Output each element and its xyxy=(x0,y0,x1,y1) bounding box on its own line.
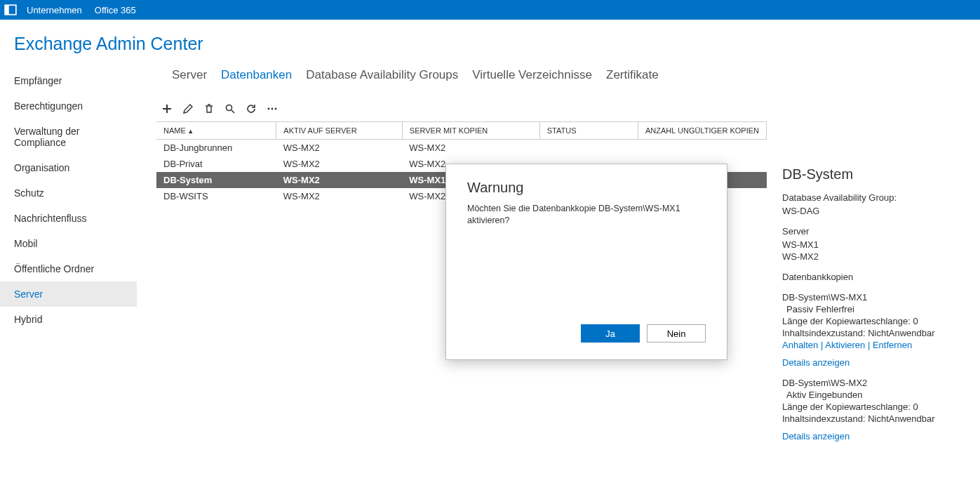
sidebar-item-hybrid[interactable]: Hybrid xyxy=(0,307,137,332)
tab-databases[interactable]: Datenbanken xyxy=(221,68,292,82)
svg-point-4 xyxy=(271,108,274,110)
page-title: Exchange Admin Center xyxy=(0,20,980,61)
topbar-company[interactable]: Unternehmen xyxy=(27,5,82,15)
more-icon[interactable] xyxy=(267,103,278,114)
details-server-1: WS-MX1 xyxy=(782,239,972,250)
details-title: DB-System xyxy=(782,166,972,182)
sidebar-item-publicfolders[interactable]: Öffentliche Ordner xyxy=(0,256,137,281)
sidebar-item-server[interactable]: Server xyxy=(0,281,137,307)
add-icon[interactable] xyxy=(161,103,173,114)
copy-remove-link[interactable]: Entfernen xyxy=(873,340,912,350)
tab-dag[interactable]: Database Availability Groups xyxy=(306,68,458,82)
copy-block-1: DB-System\WS-MX1 Passiv Fehlerfrei Länge… xyxy=(782,292,972,368)
cell-active-on: WS-MX2 xyxy=(276,188,403,204)
details-server-label: Server xyxy=(782,226,972,237)
copy-details-link[interactable]: Details anzeigen xyxy=(782,431,850,442)
sidebar-item-recipients[interactable]: Empfänger xyxy=(0,68,137,93)
dialog-title: Warnung xyxy=(446,164,727,203)
col-invalid[interactable]: ANZAHL UNGÜLTIGER KOPIEN xyxy=(638,122,767,140)
warning-dialog: Warnung Möchten Sie die Datenbankkopie D… xyxy=(445,164,727,360)
sidebar-item-mailflow[interactable]: Nachrichtenfluss xyxy=(0,206,137,231)
dialog-message: Möchten Sie die Datenbankkopie DB-System… xyxy=(446,203,727,227)
copy-pause-link[interactable]: Anhalten xyxy=(782,340,818,350)
details-dag-value: WS-DAG xyxy=(782,206,972,216)
details-panel: DB-System Database Availability Group: W… xyxy=(782,166,972,443)
svg-rect-1 xyxy=(5,5,9,15)
col-name[interactable]: NAME xyxy=(156,122,276,140)
cell-active-on: WS-MX2 xyxy=(276,140,403,157)
cell-name: DB-System xyxy=(156,172,276,188)
cell-name: DB-Privat xyxy=(156,156,276,172)
sidebar-item-protection[interactable]: Schutz xyxy=(0,180,137,206)
copy-block-2: DB-System\WS-MX2 Aktiv Eingebunden Länge… xyxy=(782,378,972,442)
copy-state: Aktiv Eingebunden xyxy=(782,390,972,400)
cell-name: DB-Jungbrunnen xyxy=(156,140,276,157)
svg-point-5 xyxy=(275,108,277,110)
cell-active-on: WS-MX2 xyxy=(276,172,403,188)
svg-point-3 xyxy=(268,108,270,110)
copy-state: Passiv Fehlerfrei xyxy=(782,304,972,314)
copy-index: Inhaltsindexzustand: NichtAnwendbar xyxy=(782,413,972,424)
col-status[interactable]: STATUS xyxy=(539,122,638,140)
top-bar: Unternehmen Office 365 xyxy=(0,0,980,20)
refresh-icon[interactable] xyxy=(246,103,257,114)
dialog-yes-button[interactable]: Ja xyxy=(581,324,640,343)
details-server-2: WS-MX2 xyxy=(782,251,972,262)
cell-copies: WS-MX2 xyxy=(402,140,539,157)
copy-activate-link[interactable]: Aktivieren xyxy=(825,340,865,350)
svg-point-2 xyxy=(227,105,232,111)
tab-virtualdirs[interactable]: Virtuelle Verzeichnisse xyxy=(472,68,592,82)
col-active-on[interactable]: AKTIV AUF SERVER xyxy=(276,122,403,140)
sidebar-item-permissions[interactable]: Berechtigungen xyxy=(0,93,137,119)
app-logo-icon xyxy=(4,4,17,16)
sidebar-item-compliance[interactable]: Verwaltung der Compliance xyxy=(0,119,137,155)
sidebar-item-mobile[interactable]: Mobil xyxy=(0,231,137,256)
sidebar-item-organization[interactable]: Organisation xyxy=(0,155,137,180)
details-copies-label: Datenbankkopien xyxy=(782,272,972,282)
table-row[interactable]: DB-Jungbrunnen WS-MX2 WS-MX2 xyxy=(156,140,767,157)
copy-queue: Länge der Kopiewarteschlange: 0 xyxy=(782,316,972,326)
copy-queue: Länge der Kopiewarteschlange: 0 xyxy=(782,401,972,412)
dialog-no-button[interactable]: Nein xyxy=(647,324,706,343)
table-header-row: NAME AKTIV AUF SERVER SERVER MIT KOPIEN … xyxy=(156,122,767,140)
details-dag-label: Database Availability Group: xyxy=(782,192,972,203)
topbar-office365[interactable]: Office 365 xyxy=(95,5,136,15)
tab-certificates[interactable]: Zertifikate xyxy=(606,68,659,82)
sidebar: Empfänger Berechtigungen Verwaltung der … xyxy=(0,61,137,332)
copy-name: DB-System\WS-MX1 xyxy=(782,292,972,303)
edit-icon[interactable] xyxy=(182,103,194,114)
main-content: Server Datenbanken Database Availability… xyxy=(137,61,980,332)
cell-name: DB-WSITS xyxy=(156,188,276,204)
tabs: Server Datenbanken Database Availability… xyxy=(151,68,980,103)
cell-active-on: WS-MX2 xyxy=(276,156,403,172)
copy-index: Inhaltsindexzustand: NichtAnwendbar xyxy=(782,328,972,338)
copy-name: DB-System\WS-MX2 xyxy=(782,378,972,388)
search-icon[interactable] xyxy=(224,103,236,114)
tab-server[interactable]: Server xyxy=(172,68,207,82)
col-copies[interactable]: SERVER MIT KOPIEN xyxy=(402,122,539,140)
copy-details-link[interactable]: Details anzeigen xyxy=(782,357,850,368)
delete-icon[interactable] xyxy=(203,103,215,114)
toolbar xyxy=(151,103,980,114)
